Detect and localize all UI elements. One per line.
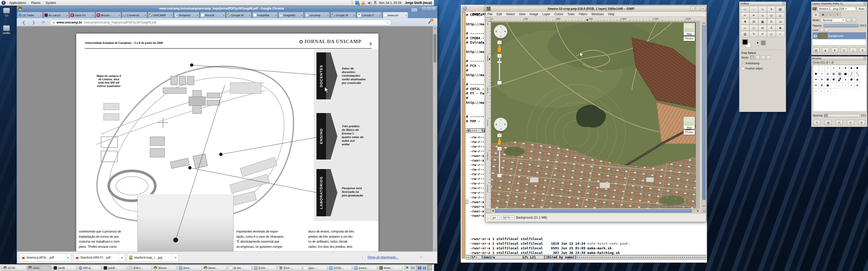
tab-close-icon[interactable]: × [275, 14, 277, 17]
horizontal-ruler[interactable]: 0250500750100012501500 [491, 17, 700, 22]
brushes-titlebar[interactable]: Brushes × [811, 57, 867, 60]
brush-cell[interactable]: ⁂ [813, 82, 819, 89]
brush-cell[interactable]: ❄ [819, 82, 825, 89]
gimp-menu-item[interactable]: Image [528, 12, 540, 16]
system-menu[interactable]: System [43, 0, 59, 5]
lock-alpha-toggle[interactable] [825, 28, 828, 32]
tool-button[interactable]: ✒ [749, 12, 758, 19]
brush-cell[interactable]: ● [813, 88, 819, 94]
taskbar-window-button[interactable]: [A áre... [227, 265, 252, 270]
ruler-corner-button[interactable] [487, 17, 491, 22]
taskbar-window-button[interactable]: [unica... [353, 265, 377, 270]
brush-cell[interactable]: ● [837, 65, 843, 71]
workspace-switcher[interactable] [405, 265, 428, 271]
mode-intersect-button[interactable] [767, 56, 771, 60]
checkbox-checked[interactable]: ✔ [741, 62, 744, 65]
layers-action-button[interactable]: ✕ [859, 48, 866, 53]
toolbox-titlebar[interactable]: Toolbox × [739, 2, 786, 5]
layers-action-button[interactable]: ▤ [813, 48, 820, 53]
panel-launcher[interactable] [89, 0, 94, 5]
volume-tray-icon[interactable]: ◀)) [367, 1, 372, 5]
dock-tab[interactable]: ▦ [820, 12, 827, 17]
gimp-menu-item[interactable]: Colors [552, 12, 565, 16]
tab-close-icon[interactable]: × [353, 14, 355, 17]
brush-cell[interactable]: ≡ [848, 82, 854, 89]
brush-cell[interactable]: ● [831, 65, 837, 71]
browser-tab[interactable]: www.uni × [382, 12, 408, 18]
gimp-menu-item[interactable]: Filters [577, 12, 589, 16]
taskbar-window-button[interactable]: [Five ... [278, 265, 302, 270]
wrench-menu-icon[interactable]: ! [427, 20, 432, 25]
tab-close-icon[interactable]: × [119, 14, 120, 17]
tool-button[interactable]: ⇲ [776, 19, 784, 25]
brush-cell[interactable]: ✽ [831, 77, 837, 82]
taskbar-window-button[interactable]: [IC/W... [2, 265, 26, 270]
brush-cell[interactable]: ○ [825, 88, 831, 94]
panel-launcher[interactable] [74, 0, 79, 5]
panel-launcher[interactable] [96, 0, 101, 5]
close-icon[interactable]: × [864, 57, 866, 60]
chrome-titlebar[interactable]: www.unicamp.br/unicamp/unicamp_hoje/jorn… [17, 6, 437, 11]
gimp-menu-item[interactable]: Select [504, 12, 517, 16]
bookmark-star-icon[interactable]: ☆ [386, 21, 389, 25]
panel-launcher[interactable] [139, 0, 145, 5]
minimize-button[interactable]: − [690, 7, 695, 10]
gimp-menu-item[interactable]: Edit [494, 12, 504, 16]
download-item[interactable]: limeira-ju397p....pdf ▼ [20, 253, 71, 262]
layer-mode-select[interactable]: Normal▼ [821, 18, 846, 22]
workspace-1[interactable] [405, 266, 416, 271]
brush-cell[interactable]: ● [831, 71, 837, 77]
browser-tab[interactable]: Dario Fo × [69, 12, 95, 18]
browser-tab[interactable]: (3) Twitte × [17, 12, 43, 18]
browser-tab[interactable]: unicamp × [304, 12, 330, 18]
taskbar-window-button[interactable]: www.... [27, 265, 52, 270]
battery-tray-icon[interactable] [374, 1, 376, 5]
taskbar-window-button[interactable]: [Com... [253, 265, 277, 270]
taskbar-window-button[interactable]: [tree-... [178, 265, 202, 270]
layers-action-button[interactable]: ▲ [822, 48, 829, 53]
dock-tab[interactable]: ∿ [827, 12, 834, 17]
tool-button[interactable]: ⊞ [749, 19, 758, 25]
tool-button[interactable]: ◻ [767, 31, 776, 37]
tab-close-icon[interactable]: × [197, 14, 198, 17]
tool-button[interactable]: ◎ [767, 12, 776, 19]
panel-launcher[interactable] [118, 0, 123, 5]
fedora-menu-icon[interactable]: f [2, 1, 6, 5]
download-item[interactable]: Stanford-AR6-Fi....pdf ▼ [73, 253, 125, 262]
reload-button[interactable]: ⟳ [40, 20, 47, 26]
hscrollbar-thumb[interactable] [495, 209, 692, 212]
places-menu[interactable]: Places [29, 0, 43, 5]
feather-option[interactable]: Feather edges [741, 67, 763, 70]
browser-tab[interactable]: Google M × [331, 12, 356, 18]
tool-button[interactable]: ▱ [741, 25, 749, 31]
brush-cell[interactable]: ● [842, 71, 848, 77]
back-button[interactable]: ❮ [21, 20, 27, 26]
mode-subtract-button[interactable] [761, 56, 765, 60]
brush-cell[interactable]: ● [854, 65, 860, 71]
browser-tab[interactable]: Canvas C × [356, 12, 382, 18]
gimp-menu-item[interactable]: Help [606, 12, 617, 16]
brush-cell[interactable]: ∗ [854, 77, 860, 82]
brush-cell[interactable]: ● [813, 65, 819, 71]
brush-cell[interactable]: ◦ [831, 88, 837, 94]
layers-titlebar[interactable]: Layers, Channels, Paths, U... × [811, 2, 867, 5]
visibility-eye-icon[interactable] [813, 35, 817, 37]
panel-launcher[interactable] [110, 0, 116, 5]
emacs-scrollbar-thumb[interactable] [462, 12, 465, 79]
brush-cell[interactable]: ▞ [837, 77, 843, 82]
maximize-button[interactable]: □ [696, 7, 700, 10]
taskbar-window-button[interactable]: [101E... [328, 265, 352, 270]
layers-action-button[interactable]: ⊥ [850, 48, 857, 53]
brush-cell[interactable]: ✳ [819, 77, 825, 82]
layer-row-selected[interactable]: Background [813, 33, 866, 39]
brush-cell[interactable]: ● [848, 65, 854, 71]
tool-button[interactable]: ⇄ [758, 25, 767, 31]
panel-launcher[interactable] [82, 0, 87, 5]
brush-cell[interactable]: ✺ [848, 77, 854, 82]
antialiasing-option[interactable]: ✔ Antialiasing [741, 62, 760, 65]
dock-tab[interactable]: ▤ [812, 12, 819, 17]
brush-cell[interactable]: ╲ [854, 71, 860, 77]
layers-action-button[interactable]: ▼ [831, 48, 838, 53]
lock-alpha-toggle[interactable] [852, 18, 856, 22]
browser-tab[interactable]: ImageMa × [278, 12, 304, 18]
